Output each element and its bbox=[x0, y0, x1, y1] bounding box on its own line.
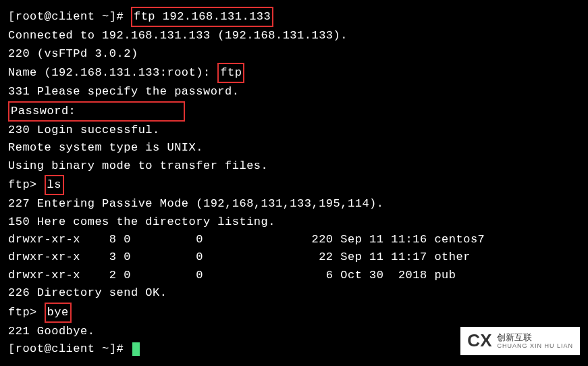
cursor bbox=[132, 342, 140, 356]
ls-command-highlight: ls bbox=[45, 175, 64, 195]
terminal-output: Remote system type is UNIX. bbox=[8, 139, 580, 157]
terminal-line: ftp> ls bbox=[8, 175, 580, 195]
terminal-line: [root@client ~]# ftp 192.168.131.133 bbox=[8, 7, 580, 27]
ftp-prompt: ftp> bbox=[8, 178, 45, 191]
terminal-output: 226 Directory send OK. bbox=[8, 284, 580, 302]
directory-listing-row: drwxr-xr-x 2 0 0 6 Oct 30 2018 pub bbox=[8, 267, 580, 284]
directory-listing-row: drwxr-xr-x 3 0 0 22 Sep 11 11:17 other bbox=[8, 249, 580, 266]
terminal-output: 227 Entering Passive Mode (192,168,131,1… bbox=[8, 195, 580, 213]
terminal-line: Password: bbox=[8, 101, 580, 122]
watermark-main-text: 创新互联 bbox=[497, 332, 573, 343]
watermark-logo-icon: CX bbox=[467, 333, 491, 348]
terminal-output: 150 Here comes the directory listing. bbox=[8, 213, 580, 231]
password-prompt-highlight: Password: bbox=[8, 101, 185, 122]
terminal-output: Connected to 192.168.131.133 (192.168.13… bbox=[8, 27, 580, 45]
username-input-highlight: ftp bbox=[217, 63, 244, 83]
terminal-output: 230 Login successful. bbox=[8, 122, 580, 139]
watermark-sub-text: CHUANG XIN HU LIAN bbox=[497, 342, 573, 350]
shell-prompt: [root@client ~]# bbox=[8, 10, 131, 23]
ftp-prompt: ftp> bbox=[8, 306, 45, 319]
terminal-line: ftp> bye bbox=[8, 303, 580, 323]
directory-listing-row: drwxr-xr-x 8 0 0 220 Sep 11 11:16 centos… bbox=[8, 231, 580, 249]
name-prompt: Name (192.168.131.133:root): bbox=[8, 66, 217, 79]
terminal-line: Name (192.168.131.133:root): ftp bbox=[8, 63, 580, 83]
terminal-output: Using binary mode to transfer files. bbox=[8, 157, 580, 175]
ftp-command-highlight: ftp 192.168.131.133 bbox=[131, 7, 273, 27]
terminal-output: 331 Please specify the password. bbox=[8, 83, 580, 101]
bye-command-highlight: bye bbox=[45, 303, 72, 323]
watermark: CX 创新互联 CHUANG XIN HU LIAN bbox=[460, 327, 580, 355]
terminal-output: 220 (vsFTPd 3.0.2) bbox=[8, 45, 580, 63]
shell-prompt: [root@client ~]# bbox=[8, 342, 131, 355]
